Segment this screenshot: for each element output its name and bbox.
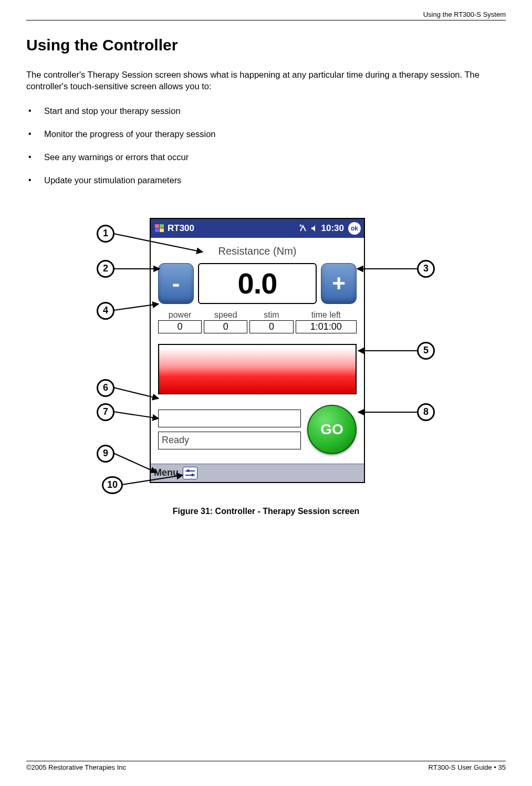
menu-button[interactable]: Menu	[154, 467, 179, 478]
resistance-value: 0.0	[198, 263, 317, 304]
metric-speed-value: 0	[204, 320, 247, 333]
status-message-lower: Ready	[158, 432, 301, 449]
callout-2: 2	[97, 260, 114, 278]
go-button[interactable]: GO	[307, 405, 357, 454]
bullet-item: See any warnings or errors that occur	[26, 151, 506, 163]
figure-container: 1 2 3 4 5 6 7 8 9 10 RT300	[26, 207, 499, 501]
bullet-item: Start and stop your therapy session	[26, 105, 506, 117]
decrease-button[interactable]: -	[158, 263, 194, 304]
page-footer: ©2005 Restorative Therapies Inc RT300-S …	[26, 761, 506, 771]
callout-9: 9	[97, 445, 114, 463]
metric-stim-value: 0	[249, 320, 293, 333]
page-title: Using the Controller	[26, 36, 506, 54]
metric-power: power 0	[158, 310, 202, 333]
metric-timeleft: time left 1:01:00	[296, 310, 357, 333]
windows-start-icon[interactable]	[154, 223, 165, 234]
progress-indicator	[158, 344, 357, 394]
device-screenshot: RT300 10:30 ok Resistance (Nm) -	[150, 218, 365, 483]
metric-power-label: power	[158, 310, 202, 320]
ok-button[interactable]: ok	[348, 222, 361, 235]
volume-icon[interactable]	[310, 224, 319, 233]
device-titlebar: RT300 10:30 ok	[151, 219, 364, 238]
bullet-item: Update your stimulation parameters	[26, 174, 506, 186]
callout-3: 3	[417, 260, 435, 278]
footer-copyright: ©2005 Restorative Therapies Inc	[26, 763, 126, 771]
metric-speed-label: speed	[204, 310, 247, 320]
intro-paragraph: The controller's Therapy Session screen …	[26, 69, 506, 92]
menu-bar: Menu	[151, 464, 364, 482]
titlebar-time: 10:30	[321, 223, 344, 234]
metric-power-value: 0	[158, 320, 202, 333]
callout-8: 8	[417, 403, 435, 421]
running-header: Using the RT300-S System	[26, 11, 506, 18]
increase-button[interactable]: +	[321, 263, 357, 304]
metric-stim: stim 0	[249, 310, 293, 333]
callout-10: 10	[102, 476, 123, 494]
callout-7: 7	[97, 403, 114, 421]
metric-speed: speed 0	[204, 310, 247, 333]
callout-1: 1	[97, 225, 114, 243]
figure-caption: Figure 31: Controller - Therapy Session …	[26, 507, 506, 516]
metric-stim-label: stim	[249, 310, 293, 320]
metric-timeleft-value: 1:01:00	[296, 320, 357, 333]
footer-page-info: RT300-S User Guide • 35	[429, 763, 506, 771]
metric-timeleft-label: time left	[296, 310, 357, 320]
callout-5: 5	[417, 342, 435, 360]
resistance-label: Resistance (Nm)	[151, 245, 364, 257]
settings-sliders-icon[interactable]	[183, 467, 197, 479]
bullet-item: Monitor the progress of your therapy ses…	[26, 128, 506, 140]
header-rule	[26, 20, 506, 20]
callout-4: 4	[97, 302, 114, 320]
footer-rule	[26, 761, 506, 761]
bullet-list: Start and stop your therapy session Moni…	[26, 105, 506, 186]
status-message-upper	[158, 410, 301, 427]
connectivity-icon[interactable]	[298, 224, 308, 233]
callout-6: 6	[97, 379, 114, 397]
app-name: RT300	[168, 223, 194, 234]
